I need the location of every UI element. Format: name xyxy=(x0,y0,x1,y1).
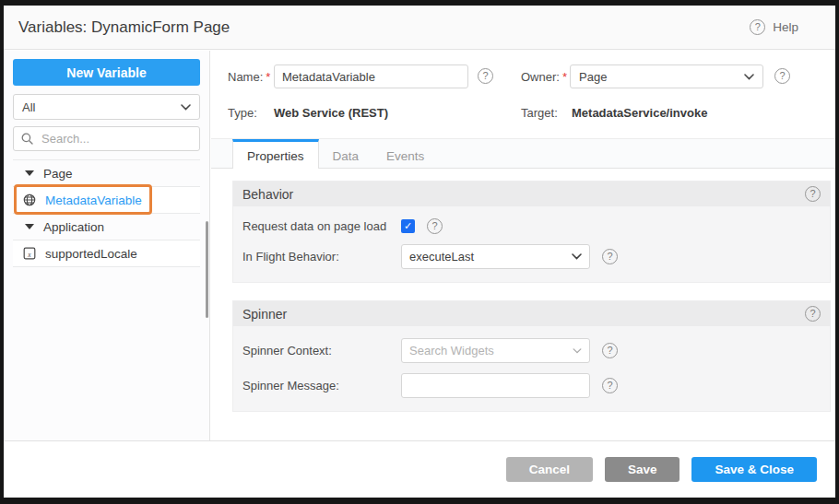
search-icon xyxy=(21,133,33,145)
name-help-icon[interactable]: ? xyxy=(478,68,493,84)
owner-selected-value: Page xyxy=(579,70,607,84)
save-button[interactable]: Save xyxy=(605,457,680,482)
required-asterisk: * xyxy=(562,70,567,84)
tree-group-application[interactable]: Application xyxy=(13,214,200,240)
collapse-triangle-icon xyxy=(25,170,34,176)
tab-events[interactable]: Events xyxy=(372,139,438,170)
tree-item-label: supportedLocale xyxy=(45,247,137,261)
variables-sidebar: New Variable All Page xyxy=(4,51,210,440)
spinner-section-body: Spinner Context: Search Widgets ? Spinne… xyxy=(233,326,830,411)
sidebar-scrollbar-thumb[interactable] xyxy=(206,221,208,318)
tree-item-label: MetadataVariable xyxy=(45,193,142,207)
variable-search-input[interactable] xyxy=(40,131,192,147)
behavior-section: Behavior ? Request data on page load ✓ ?… xyxy=(232,181,831,283)
tree-group-label: Application xyxy=(43,220,104,234)
behavior-section-header: Behavior ? xyxy=(233,182,830,206)
target-label: Target: xyxy=(521,106,558,120)
dialog-header: Variables: DynamicForm Page ? Help xyxy=(4,6,835,50)
request-data-help-icon[interactable]: ? xyxy=(427,218,443,234)
spinner-section-header: Spinner ? xyxy=(233,301,830,326)
help-question-icon: ? xyxy=(750,19,765,35)
name-label: Name:* xyxy=(228,70,270,84)
svg-text:x: x xyxy=(27,251,31,259)
behavior-help-icon[interactable]: ? xyxy=(805,186,821,202)
spinner-message-row: Spinner Message: ? xyxy=(242,373,821,398)
chevron-down-icon xyxy=(573,348,582,354)
request-data-checkbox[interactable]: ✓ xyxy=(401,219,415,233)
dialog-footer: Cancel Save Save & Close xyxy=(4,440,835,498)
sidebar-controls: New Variable All Page xyxy=(4,51,209,267)
owner-select[interactable]: Page xyxy=(570,64,763,88)
chevron-down-icon xyxy=(572,253,582,260)
name-input[interactable] xyxy=(274,64,468,88)
in-flight-selected-value: executeLast xyxy=(409,250,474,264)
target-value: MetadataService/invoke xyxy=(572,106,707,120)
behavior-section-body: Request data on page load ✓ ? In Flight … xyxy=(233,206,830,282)
spinner-message-help-icon[interactable]: ? xyxy=(602,378,618,393)
tree-group-page[interactable]: Page xyxy=(13,160,200,187)
tree-group-label: Page xyxy=(43,167,73,181)
web-service-globe-icon xyxy=(23,193,36,206)
page-title: Variables: DynamicForm Page xyxy=(18,18,230,37)
spinner-message-label: Spinner Message: xyxy=(242,379,401,393)
spinner-message-input[interactable] xyxy=(401,373,590,398)
variable-summary-form: Name:* ? Owner:* Page ? Type: Web Servic… xyxy=(211,50,835,138)
cancel-button[interactable]: Cancel xyxy=(506,457,593,482)
spinner-context-help-icon[interactable]: ? xyxy=(602,343,618,358)
properties-tab-content: Behavior ? Request data on page load ✓ ?… xyxy=(211,169,835,440)
new-variable-button[interactable]: New Variable xyxy=(13,59,200,86)
variable-filter-select[interactable]: All xyxy=(13,94,200,120)
help-label: Help xyxy=(773,20,798,34)
variable-search-box[interactable] xyxy=(13,126,200,151)
behavior-section-title: Behavior xyxy=(242,187,293,202)
request-data-row: Request data on page load ✓ ? xyxy=(242,218,821,234)
editor-tabs: Properties Data Events xyxy=(211,138,835,169)
in-flight-label: In Flight Behavior: xyxy=(242,250,401,264)
variables-dialog: Variables: DynamicForm Page ? Help New V… xyxy=(0,0,839,504)
spinner-context-row: Spinner Context: Search Widgets ? xyxy=(242,338,821,363)
type-label: Type: xyxy=(228,106,257,120)
spinner-help-icon[interactable]: ? xyxy=(805,306,821,322)
spinner-context-placeholder: Search Widgets xyxy=(409,344,494,357)
save-and-close-button[interactable]: Save & Close xyxy=(691,457,817,482)
tab-data[interactable]: Data xyxy=(319,139,373,170)
type-value: Web Service (REST) xyxy=(274,106,388,120)
variable-editor-panel: Name:* ? Owner:* Page ? Type: Web Servic… xyxy=(211,50,835,440)
chevron-down-icon xyxy=(181,104,191,111)
in-flight-help-icon[interactable]: ? xyxy=(602,249,618,264)
spinner-section: Spinner ? Spinner Context: Search Widget… xyxy=(232,300,831,412)
spinner-context-label: Spinner Context: xyxy=(242,344,401,357)
tab-properties[interactable]: Properties xyxy=(232,139,319,170)
required-asterisk: * xyxy=(266,70,270,84)
filter-selected-value: All xyxy=(22,100,35,114)
in-flight-row: In Flight Behavior: executeLast ? xyxy=(242,244,821,269)
chevron-down-icon xyxy=(744,74,754,80)
owner-help-icon[interactable]: ? xyxy=(774,68,790,84)
owner-label: Owner:* xyxy=(521,70,567,84)
variables-tree: Page MetadataVariable Application xyxy=(13,159,200,267)
spinner-section-title: Spinner xyxy=(242,307,287,322)
tree-item-metadatavariable[interactable]: MetadataVariable xyxy=(13,187,200,214)
tree-item-supportedlocale[interactable]: x supportedLocale xyxy=(13,240,200,267)
spinner-context-select[interactable]: Search Widgets xyxy=(401,338,590,363)
request-data-label: Request data on page load xyxy=(242,219,401,233)
help-link[interactable]: ? Help xyxy=(750,6,798,49)
model-variable-icon: x xyxy=(23,247,36,260)
collapse-triangle-icon xyxy=(25,224,34,229)
in-flight-select[interactable]: executeLast xyxy=(401,244,590,269)
